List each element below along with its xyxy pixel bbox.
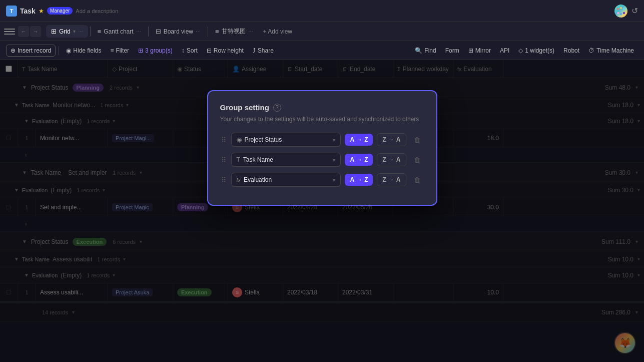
undo-icon[interactable]: ↺ [631, 6, 638, 16]
sort-desc-btn-1[interactable]: Z → A [377, 133, 406, 146]
group-setting-modal: Group setting ? Your changes to the sett… [207, 90, 437, 206]
toolbar: ⊕ Insert record ◉ Hide fields ≡ Filter ⊞… [0, 41, 644, 60]
hide-fields-button[interactable]: ◉ Hide fields [62, 45, 105, 56]
field-select-project-status[interactable]: ◉ Project Status ▾ [231, 133, 341, 147]
gantt-icon: ≡ [98, 28, 102, 35]
find-button[interactable]: 🔍 Find [411, 45, 440, 56]
svg-point-0 [617, 8, 619, 10]
api-button[interactable]: API [496, 45, 513, 56]
sort-asc-btn-2[interactable]: A → Z [345, 154, 373, 166]
setting-row-evaluation: ⠿ fx Evaluation ▾ A → Z Z → A 🗑 [220, 173, 424, 187]
modal-header: Group setting ? [220, 103, 424, 112]
row-height-button[interactable]: ⊟ Row height [203, 45, 248, 56]
view-sep-1 [90, 27, 91, 37]
time-machine-button[interactable]: ⏱ Time Machine [584, 45, 638, 56]
field-icon-eval: fx [237, 177, 241, 183]
field-select-chevron-3: ▾ [333, 177, 335, 183]
main-area: T Task Name ◇ Project ◉ Status 👤 Assigne… [0, 60, 644, 362]
modal-help-icon[interactable]: ? [273, 104, 281, 112]
mirror-button[interactable]: ⊞ Mirror [464, 45, 495, 56]
field-select-task-name[interactable]: T Task Name ▾ [231, 153, 341, 167]
setting-row-task-name: ⠿ T Task Name ▾ A → Z Z → A 🗑 [220, 153, 424, 167]
field-select-evaluation[interactable]: fx Evaluation ▾ [231, 173, 341, 187]
field-select-chevron-1: ▾ [333, 137, 335, 143]
sort-asc-btn-1[interactable]: A → Z [345, 134, 373, 146]
delete-btn-2[interactable]: 🗑 [410, 153, 424, 167]
svg-point-5 [623, 12, 625, 14]
share-button[interactable]: ⤴ Share [249, 45, 278, 56]
sort-asc-btn-3[interactable]: A → Z [345, 174, 373, 186]
toolbar-divider-1 [59, 46, 59, 55]
tab-gantt[interactable]: ≡ Gantt chart ⋯ [93, 25, 146, 38]
tab-board[interactable]: ⊟ Board view ⋯ [151, 25, 206, 38]
drag-handle-1[interactable]: ⠿ [220, 136, 227, 144]
view-sep-3 [208, 27, 208, 37]
nav-arrows: ← → [18, 26, 41, 37]
tab-custom[interactable]: ≡ 甘特视图 ⋯ [210, 25, 258, 38]
top-bar: T Task ★ Manager Add a description ↺ [0, 0, 644, 22]
add-view-button[interactable]: + Add view [259, 26, 296, 37]
sort-desc-btn-3[interactable]: Z → A [377, 173, 406, 186]
field-select-chevron-2: ▾ [333, 157, 335, 163]
svg-point-1 [620, 7, 622, 9]
nav-forward[interactable]: → [30, 26, 41, 37]
add-description[interactable]: Add a description [76, 8, 118, 14]
sort-button[interactable]: ↕ Sort [178, 45, 202, 56]
view-sep-2 [148, 27, 149, 37]
grid-icon: ⊞ [51, 28, 57, 35]
user-avatar[interactable] [614, 5, 627, 18]
group-button[interactable]: ⊞ 3 group(s) [134, 45, 177, 56]
field-icon-status: ◉ [237, 136, 242, 143]
sort-desc-btn-2[interactable]: Z → A [377, 153, 406, 166]
form-button[interactable]: Form [441, 45, 463, 56]
delete-btn-1[interactable]: 🗑 [410, 133, 424, 147]
manager-badge: Manager [47, 7, 73, 15]
top-bar-right: ↺ [614, 5, 638, 18]
drag-handle-3[interactable]: ⠿ [220, 176, 227, 184]
svg-point-2 [623, 8, 625, 10]
robot-button[interactable]: Robot [559, 45, 583, 56]
app-identity: T Task ★ Manager Add a description [6, 6, 118, 17]
app-star-icon[interactable]: ★ [39, 8, 44, 15]
board-icon: ⊟ [156, 28, 161, 35]
app-title: Task [20, 7, 36, 15]
drag-handle-2[interactable]: ⠿ [220, 156, 227, 164]
toolbar-right: 🔍 Find Form ⊞ Mirror API ◇ 1 widget(s) R… [411, 45, 638, 56]
app-icon: T [6, 6, 17, 17]
insert-record-button[interactable]: ⊕ Insert record [6, 45, 56, 57]
field-icon-task: T [237, 156, 240, 163]
setting-row-project-status: ⠿ ◉ Project Status ▾ A → Z Z → A 🗑 [220, 133, 424, 147]
svg-point-4 [620, 13, 622, 15]
sidebar-toggle[interactable] [4, 26, 15, 37]
widgets-button[interactable]: ◇ 1 widget(s) [514, 45, 558, 56]
custom-view-icon: ≡ [215, 28, 219, 35]
modal-overlay: Group setting ? Your changes to the sett… [0, 60, 644, 362]
delete-btn-3[interactable]: 🗑 [410, 173, 424, 187]
nav-back[interactable]: ← [18, 26, 29, 37]
view-bar: ← → ⊞ Grid ▾ ⋯ ≡ Gantt chart ⋯ ⊟ Board v… [0, 22, 644, 41]
svg-point-3 [617, 12, 619, 14]
filter-button[interactable]: ≡ Filter [106, 45, 133, 56]
tab-grid[interactable]: ⊞ Grid ▾ ⋯ [46, 25, 88, 38]
